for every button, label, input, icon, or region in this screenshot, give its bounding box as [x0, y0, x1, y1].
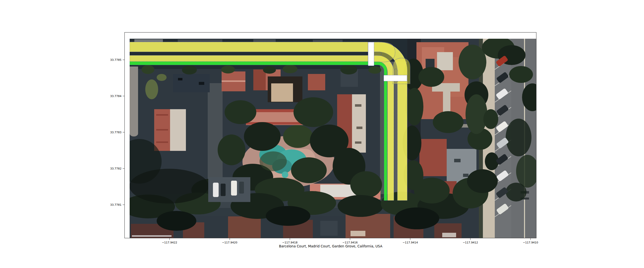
parked-car	[213, 183, 219, 197]
y-tick-label: 33.7783	[110, 131, 122, 134]
parked-car	[220, 184, 226, 196]
figure-canvas: 33.7785 33.7784 33.7783 33.7782 33.7781 …	[0, 0, 644, 268]
parked-car	[231, 181, 237, 195]
y-tick-label: 33.7784	[110, 95, 122, 98]
x-tick-label: −117.9414	[402, 241, 418, 244]
y-tick-label: 33.7781	[110, 203, 122, 206]
x-tick-labels: −117.9422 −117.9420 −117.9418 −117.9416 …	[162, 241, 538, 244]
aerial-imagery	[117, 37, 543, 238]
x-tick-label: −117.9420	[222, 241, 238, 244]
x-tick-label: −117.9412	[463, 241, 478, 244]
crosswalk-vertical	[368, 42, 374, 66]
parked-car	[239, 182, 244, 194]
y-tick-label: 33.7782	[110, 167, 122, 170]
crosswalk-horizontal	[384, 75, 407, 81]
spa	[282, 171, 288, 178]
x-tick-label: −117.9410	[523, 241, 538, 244]
x-tick-label: −117.9422	[162, 241, 177, 244]
map-plot: 33.7785 33.7784 33.7783 33.7782 33.7781 …	[0, 0, 644, 268]
plot-title: Barcelona Court, Madrid Court, Garden Gr…	[279, 244, 383, 248]
x-tick-label: −117.9418	[282, 241, 298, 244]
y-tick-label: 33.7785	[110, 58, 122, 62]
y-tick-labels: 33.7785 33.7784 33.7783 33.7782 33.7781	[110, 58, 122, 206]
axes-area	[117, 37, 543, 238]
x-tick-label: −117.9416	[342, 241, 358, 244]
